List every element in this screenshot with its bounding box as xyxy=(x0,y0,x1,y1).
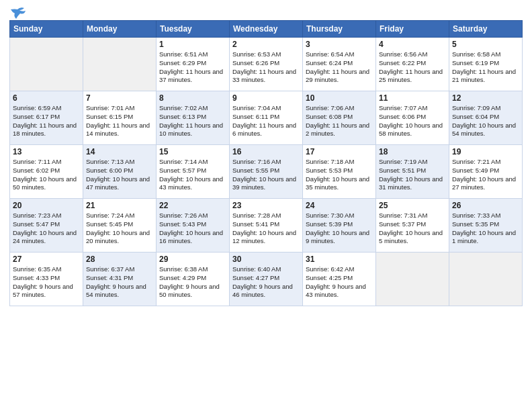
day-number: 24 xyxy=(306,201,373,210)
day-number: 11 xyxy=(379,93,446,103)
calendar-week-1: 1Sunrise: 6:51 AMSunset: 6:29 PMDaylight… xyxy=(10,38,523,91)
day-number: 4 xyxy=(379,40,446,49)
header-wednesday: Wednesday xyxy=(230,21,303,38)
main-container: Sunday Monday Tuesday Wednesday Thursday… xyxy=(0,0,532,310)
header-saturday: Saturday xyxy=(449,21,523,38)
calendar-cell: 10Sunrise: 7:06 AMSunset: 6:08 PMDayligh… xyxy=(303,91,376,145)
calendar-cell: 12Sunrise: 7:09 AMSunset: 6:04 PMDayligh… xyxy=(449,91,523,145)
cell-info: Sunrise: 7:06 AMSunset: 6:08 PMDaylight:… xyxy=(306,104,369,137)
cell-info: Sunrise: 7:33 AMSunset: 5:35 PMDaylight:… xyxy=(452,212,516,244)
day-number: 29 xyxy=(159,255,226,264)
calendar-cell: 29Sunrise: 6:38 AMSunset: 4:29 PMDayligh… xyxy=(157,253,230,306)
cell-info: Sunrise: 7:02 AMSunset: 6:13 PMDaylight:… xyxy=(159,104,223,137)
calendar-cell xyxy=(83,38,157,91)
cell-info: Sunrise: 7:04 AMSunset: 6:11 PMDaylight:… xyxy=(232,104,296,137)
header-sunday: Sunday xyxy=(10,21,83,38)
day-number: 14 xyxy=(86,147,153,156)
calendar-cell: 23Sunrise: 7:28 AMSunset: 5:41 PMDayligh… xyxy=(230,199,303,253)
cell-info: Sunrise: 7:21 AMSunset: 5:49 PMDaylight:… xyxy=(452,158,516,191)
day-number: 15 xyxy=(159,147,226,156)
cell-info: Sunrise: 7:23 AMSunset: 5:47 PMDaylight:… xyxy=(13,212,77,244)
day-number: 7 xyxy=(86,93,153,103)
calendar-cell: 24Sunrise: 7:30 AMSunset: 5:39 PMDayligh… xyxy=(303,199,376,253)
cell-info: Sunrise: 7:26 AMSunset: 5:43 PMDaylight:… xyxy=(159,212,223,244)
cell-info: Sunrise: 7:18 AMSunset: 5:53 PMDaylight:… xyxy=(306,158,369,191)
calendar-cell: 2Sunrise: 6:53 AMSunset: 6:26 PMDaylight… xyxy=(230,38,303,91)
cell-info: Sunrise: 7:31 AMSunset: 5:37 PMDaylight:… xyxy=(379,212,443,244)
logo xyxy=(9,7,26,16)
calendar-cell: 31Sunrise: 6:42 AMSunset: 4:25 PMDayligh… xyxy=(303,253,376,306)
calendar-cell: 4Sunrise: 6:56 AMSunset: 6:22 PMDaylight… xyxy=(376,38,449,91)
calendar-cell: 3Sunrise: 6:54 AMSunset: 6:24 PMDaylight… xyxy=(303,38,376,91)
calendar-cell xyxy=(449,253,523,306)
calendar-cell: 27Sunrise: 6:35 AMSunset: 4:33 PMDayligh… xyxy=(10,253,83,306)
calendar-cell xyxy=(376,253,449,306)
calendar-cell: 26Sunrise: 7:33 AMSunset: 5:35 PMDayligh… xyxy=(449,199,523,253)
cell-info: Sunrise: 6:59 AMSunset: 6:17 PMDaylight:… xyxy=(13,104,77,137)
day-number: 9 xyxy=(232,93,300,103)
calendar-cell: 16Sunrise: 7:16 AMSunset: 5:55 PMDayligh… xyxy=(230,145,303,199)
cell-info: Sunrise: 7:11 AMSunset: 6:02 PMDaylight:… xyxy=(13,158,77,191)
calendar-week-3: 13Sunrise: 7:11 AMSunset: 6:02 PMDayligh… xyxy=(10,145,523,199)
cell-info: Sunrise: 6:56 AMSunset: 6:22 PMDaylight:… xyxy=(379,50,443,83)
header-tuesday: Tuesday xyxy=(157,21,230,38)
day-number: 25 xyxy=(379,201,446,210)
cell-info: Sunrise: 7:09 AMSunset: 6:04 PMDaylight:… xyxy=(452,104,516,137)
cell-info: Sunrise: 6:35 AMSunset: 4:33 PMDaylight:… xyxy=(13,265,73,298)
calendar-cell: 25Sunrise: 7:31 AMSunset: 5:37 PMDayligh… xyxy=(376,199,449,253)
day-number: 23 xyxy=(232,201,300,210)
day-number: 5 xyxy=(452,40,519,49)
cell-info: Sunrise: 7:19 AMSunset: 5:51 PMDaylight:… xyxy=(379,158,443,191)
day-number: 16 xyxy=(232,147,300,156)
day-number: 21 xyxy=(86,201,153,210)
calendar-cell: 20Sunrise: 7:23 AMSunset: 5:47 PMDayligh… xyxy=(10,199,83,253)
cell-info: Sunrise: 7:07 AMSunset: 6:06 PMDaylight:… xyxy=(379,104,443,137)
day-number: 13 xyxy=(13,147,80,156)
calendar-cell: 17Sunrise: 7:18 AMSunset: 5:53 PMDayligh… xyxy=(303,145,376,199)
calendar-cell: 7Sunrise: 7:01 AMSunset: 6:15 PMDaylight… xyxy=(83,91,157,145)
cell-info: Sunrise: 7:13 AMSunset: 6:00 PMDaylight:… xyxy=(86,158,150,191)
calendar-cell: 14Sunrise: 7:13 AMSunset: 6:00 PMDayligh… xyxy=(83,145,157,199)
cell-info: Sunrise: 7:30 AMSunset: 5:39 PMDaylight:… xyxy=(306,212,369,244)
cell-info: Sunrise: 6:51 AMSunset: 6:29 PMDaylight:… xyxy=(159,50,223,83)
cell-info: Sunrise: 7:16 AMSunset: 5:55 PMDaylight:… xyxy=(232,158,296,191)
calendar-cell: 30Sunrise: 6:40 AMSunset: 4:27 PMDayligh… xyxy=(230,253,303,306)
cell-info: Sunrise: 7:01 AMSunset: 6:15 PMDaylight:… xyxy=(86,104,150,137)
calendar-week-5: 27Sunrise: 6:35 AMSunset: 4:33 PMDayligh… xyxy=(10,253,523,306)
calendar-week-4: 20Sunrise: 7:23 AMSunset: 5:47 PMDayligh… xyxy=(10,199,523,253)
calendar-cell: 13Sunrise: 7:11 AMSunset: 6:02 PMDayligh… xyxy=(10,145,83,199)
calendar-cell: 11Sunrise: 7:07 AMSunset: 6:06 PMDayligh… xyxy=(376,91,449,145)
calendar-cell: 22Sunrise: 7:26 AMSunset: 5:43 PMDayligh… xyxy=(157,199,230,253)
day-number: 18 xyxy=(379,147,446,156)
days-header-row: Sunday Monday Tuesday Wednesday Thursday… xyxy=(10,21,523,38)
cell-info: Sunrise: 7:14 AMSunset: 5:57 PMDaylight:… xyxy=(159,158,223,191)
calendar-cell: 15Sunrise: 7:14 AMSunset: 5:57 PMDayligh… xyxy=(157,145,230,199)
cell-info: Sunrise: 6:42 AMSunset: 4:25 PMDaylight:… xyxy=(306,265,366,298)
day-number: 17 xyxy=(306,147,373,156)
day-number: 26 xyxy=(452,201,519,210)
cell-info: Sunrise: 6:58 AMSunset: 6:19 PMDaylight:… xyxy=(452,50,516,83)
cell-info: Sunrise: 7:24 AMSunset: 5:45 PMDaylight:… xyxy=(86,212,150,244)
calendar-cell xyxy=(10,38,83,91)
day-number: 10 xyxy=(306,93,373,103)
day-number: 6 xyxy=(13,93,80,103)
day-number: 22 xyxy=(159,201,226,210)
cell-info: Sunrise: 6:54 AMSunset: 6:24 PMDaylight:… xyxy=(306,50,369,83)
day-number: 3 xyxy=(306,40,373,49)
header-monday: Monday xyxy=(83,21,157,38)
day-number: 20 xyxy=(13,201,80,210)
calendar-cell: 6Sunrise: 6:59 AMSunset: 6:17 PMDaylight… xyxy=(10,91,83,145)
header-friday: Friday xyxy=(376,21,449,38)
day-number: 31 xyxy=(306,255,373,264)
day-number: 12 xyxy=(452,93,519,103)
header-thursday: Thursday xyxy=(303,21,376,38)
day-number: 8 xyxy=(159,93,226,103)
calendar-cell: 18Sunrise: 7:19 AMSunset: 5:51 PMDayligh… xyxy=(376,145,449,199)
day-number: 27 xyxy=(13,255,80,264)
calendar-cell: 9Sunrise: 7:04 AMSunset: 6:11 PMDaylight… xyxy=(230,91,303,145)
calendar-cell: 5Sunrise: 6:58 AMSunset: 6:19 PMDaylight… xyxy=(449,38,523,91)
day-number: 1 xyxy=(159,40,226,49)
calendar-cell: 1Sunrise: 6:51 AMSunset: 6:29 PMDaylight… xyxy=(157,38,230,91)
cell-info: Sunrise: 6:38 AMSunset: 4:29 PMDaylight:… xyxy=(159,265,220,298)
calendar-cell: 21Sunrise: 7:24 AMSunset: 5:45 PMDayligh… xyxy=(83,199,157,253)
